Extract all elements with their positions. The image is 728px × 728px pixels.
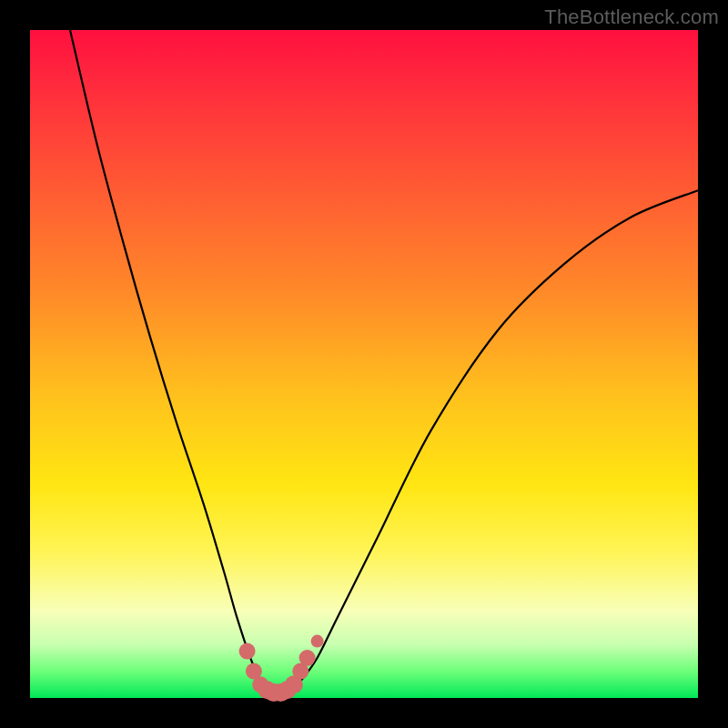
chart-svg (30, 30, 698, 698)
marker-dot (299, 650, 316, 666)
marker-dot (239, 643, 256, 660)
bottleneck-curve (70, 30, 698, 694)
chart-frame: TheBottleneck.com (0, 0, 728, 728)
watermark-text: TheBottleneck.com (544, 5, 719, 29)
marker-dot (311, 635, 324, 648)
